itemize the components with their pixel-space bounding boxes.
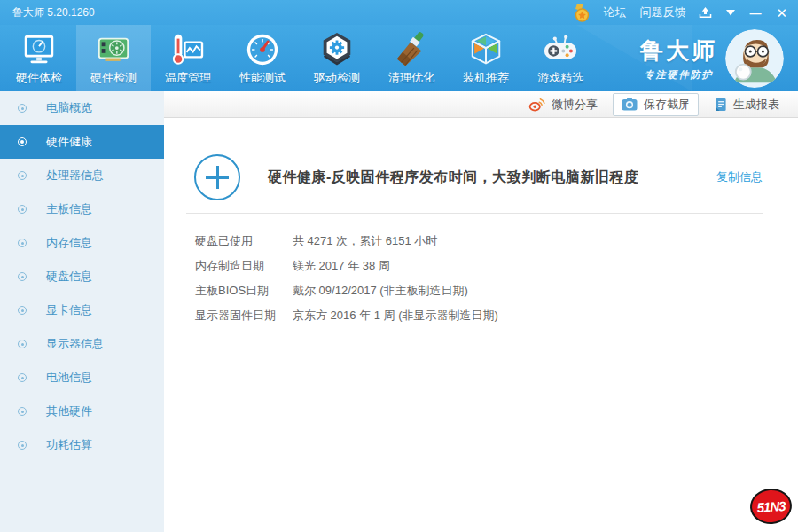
toolbar-tab-label: 硬件体检: [16, 70, 62, 86]
sidebar-item[interactable]: 硬件健康: [0, 125, 164, 159]
toolbar-tab-label: 驱动检测: [314, 70, 360, 86]
sidebar-item[interactable]: 电池信息: [0, 361, 164, 395]
info-value: 京东方 2016 年 1 周 (非显示器制造日期): [293, 308, 498, 324]
report-icon: [714, 98, 727, 112]
sidebar-item-label: 硬盘信息: [46, 269, 92, 285]
generate-report-button[interactable]: 生成报表: [706, 94, 787, 115]
page-title: 硬件健康-反映固件程序发布时间，大致判断电脑新旧程度: [268, 168, 638, 187]
window-body: 电脑概览 硬件健康 处理器信息 主板信息 内存信息 硬盘信息: [0, 91, 798, 532]
toolbar-tab-icon: [317, 30, 356, 69]
sidebar-item-label: 内存信息: [46, 235, 92, 251]
toolbar-tab[interactable]: 硬件检测: [76, 25, 151, 91]
toolbar-tab-label: 温度管理: [165, 70, 211, 86]
mascot-avatar[interactable]: [725, 29, 784, 88]
sidebar-item[interactable]: 处理器信息: [0, 159, 164, 192]
info-row: 主板BIOS日期 戴尔 09/12/2017 (非主板制造日期): [186, 278, 763, 303]
save-screenshot-label: 保存截屏: [644, 97, 690, 113]
info-label: 主板BIOS日期: [195, 283, 293, 299]
info-label: 内存制造日期: [195, 258, 293, 274]
sidebar-item-label: 电脑概览: [46, 100, 92, 116]
weibo-share-button[interactable]: 微博分享: [520, 94, 606, 115]
toolbar-tabs: 硬件体检 硬件检测 温度管理: [2, 25, 598, 91]
sidebar-item[interactable]: 硬盘信息: [0, 260, 164, 293]
app-window: 鲁大师 5.20.1260 论坛 问题反馈 — ✕: [0, 0, 798, 532]
sidebar-item[interactable]: 显卡信息: [0, 293, 164, 327]
toolbar-tab-label: 硬件检测: [90, 70, 137, 86]
close-button[interactable]: ✕: [776, 6, 787, 20]
content-header: 硬件健康-反映固件程序发布时间，大致判断电脑新旧程度 复制信息: [186, 154, 763, 200]
forum-link[interactable]: 论坛: [603, 4, 626, 20]
toolbar-tab[interactable]: 装机推荐: [449, 25, 523, 91]
plus-circle-icon: [194, 154, 240, 200]
sidebar-item[interactable]: 内存信息: [0, 226, 164, 260]
content-area: 硬件健康-反映固件程序发布时间，大致判断电脑新旧程度 复制信息 硬盘已使用 共 …: [164, 118, 798, 532]
medal-icon[interactable]: [575, 4, 590, 22]
toolbar-tab[interactable]: 温度管理: [151, 25, 225, 91]
brand-tagline: 专注硬件防护: [640, 68, 717, 82]
info-row: 内存制造日期 镁光 2017 年 38 周: [186, 254, 763, 278]
sidebar: 电脑概览 硬件健康 处理器信息 主板信息 内存信息 硬盘信息: [0, 91, 164, 532]
info-value: 共 4271 次，累计 6151 小时: [293, 233, 437, 249]
sidebar-item-label: 主板信息: [46, 201, 92, 217]
brand-name: 鲁大师: [640, 35, 717, 66]
toolbar-tab-icon: [168, 30, 207, 69]
radio-icon: [18, 239, 27, 247]
radio-icon: [18, 373, 27, 382]
sidebar-item[interactable]: 主板信息: [0, 192, 164, 226]
toolbar-tab[interactable]: 硬件体检: [2, 25, 76, 91]
toolbar-tab[interactable]: 性能测试: [225, 25, 300, 91]
update-icon[interactable]: [699, 7, 712, 19]
toolbar-tab[interactable]: 驱动检测: [300, 25, 374, 91]
sidebar-item-label: 电池信息: [46, 370, 92, 386]
feedback-link[interactable]: 问题反馈: [639, 4, 685, 20]
radio-icon: [18, 441, 27, 450]
copy-info-link[interactable]: 复制信息: [716, 169, 763, 185]
weibo-share-label: 微博分享: [552, 97, 598, 113]
info-row: 显示器固件日期 京东方 2016 年 1 周 (非显示器制造日期): [186, 303, 763, 328]
sidebar-item[interactable]: 其他硬件: [0, 395, 164, 428]
save-screenshot-button[interactable]: 保存截屏: [613, 93, 699, 116]
minimize-button[interactable]: —: [749, 7, 761, 19]
sidebar-item[interactable]: 功耗估算: [0, 428, 164, 462]
toolbar-tab-icon: [243, 30, 282, 69]
toolbar-tab-icon: [20, 30, 59, 69]
toolbar-tab-icon: [392, 30, 431, 69]
info-row: 硬盘已使用 共 4271 次，累计 6151 小时: [186, 229, 763, 254]
radio-icon: [18, 137, 27, 146]
camera-icon: [622, 98, 638, 111]
toolbar-tab[interactable]: 游戏精选: [523, 25, 598, 91]
radio-icon: [18, 272, 27, 281]
titlebar-actions: 论坛 问题反馈 — ✕: [575, 4, 787, 22]
info-value: 戴尔 09/12/2017 (非主板制造日期): [293, 283, 468, 299]
sidebar-item[interactable]: 电脑概览: [0, 91, 164, 125]
menu-dropdown-icon[interactable]: [725, 9, 736, 16]
sidebar-item-label: 显卡信息: [46, 302, 92, 318]
sidebar-item-label: 功耗估算: [46, 437, 92, 453]
main-toolbar: 硬件体检 硬件检测 温度管理: [0, 25, 798, 91]
app-title: 鲁大师 5.20.1260: [12, 5, 95, 20]
radio-icon: [18, 171, 27, 180]
sidebar-item[interactable]: 显示器信息: [0, 327, 164, 361]
info-label: 硬盘已使用: [195, 233, 293, 249]
sidebar-item-label: 处理器信息: [46, 168, 104, 184]
radio-icon: [18, 407, 27, 416]
generate-report-label: 生成报表: [733, 97, 779, 113]
brand: 鲁大师 专注硬件防护: [640, 25, 798, 91]
info-label: 显示器固件日期: [195, 308, 293, 324]
radio-icon: [18, 340, 27, 348]
toolbar-tab-icon: [466, 30, 505, 69]
info-value: 镁光 2017 年 38 周: [293, 258, 390, 274]
toolbar-tab-icon: [94, 30, 133, 69]
toolbar-tab-icon: [541, 30, 580, 69]
toolbar-tab-label: 装机推荐: [463, 70, 509, 86]
toolbar-tab-label: 游戏精选: [537, 70, 583, 86]
info-rows: 硬盘已使用 共 4271 次，累计 6151 小时 内存制造日期 镁光 2017…: [186, 229, 763, 328]
radio-icon: [18, 205, 27, 214]
toolbar-tab-label: 性能测试: [239, 70, 286, 86]
radio-icon: [18, 306, 27, 315]
sidebar-item-label: 其他硬件: [46, 403, 92, 419]
radio-icon: [18, 104, 27, 113]
toolbar-tab[interactable]: 清理优化: [374, 25, 449, 91]
sidebar-item-label: 硬件健康: [46, 134, 92, 150]
main-panel: 微博分享 保存截屏: [164, 91, 798, 532]
